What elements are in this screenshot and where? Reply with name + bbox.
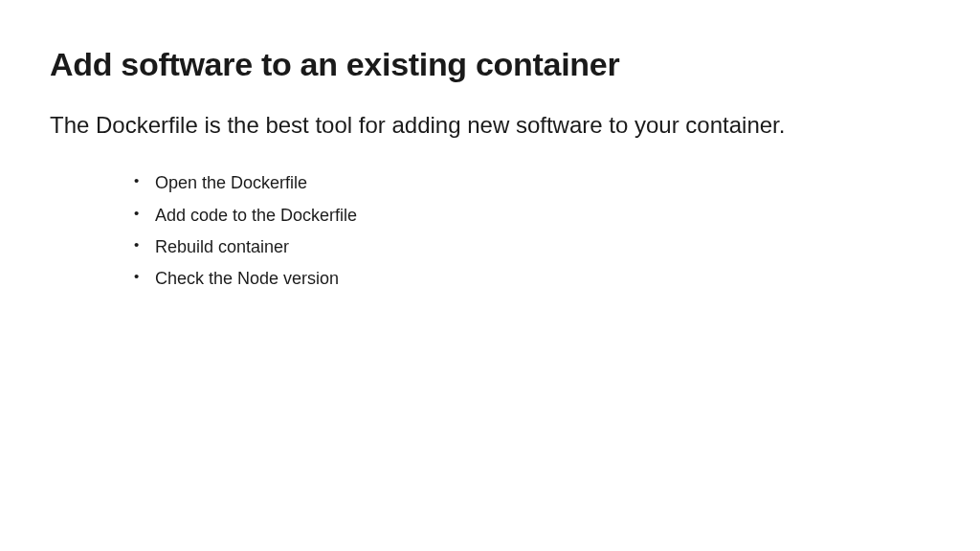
list-item: Check the Node version [155, 263, 930, 295]
list-item: Add code to the Dockerfile [155, 200, 930, 231]
slide-subtitle: The Dockerfile is the best tool for addi… [50, 110, 892, 141]
list-item: Rebuild container [155, 231, 930, 263]
list-item: Open the Dockerfile [155, 167, 930, 199]
bullet-list: Open the Dockerfile Add code to the Dock… [50, 167, 930, 295]
slide-title: Add software to an existing container [50, 46, 930, 83]
